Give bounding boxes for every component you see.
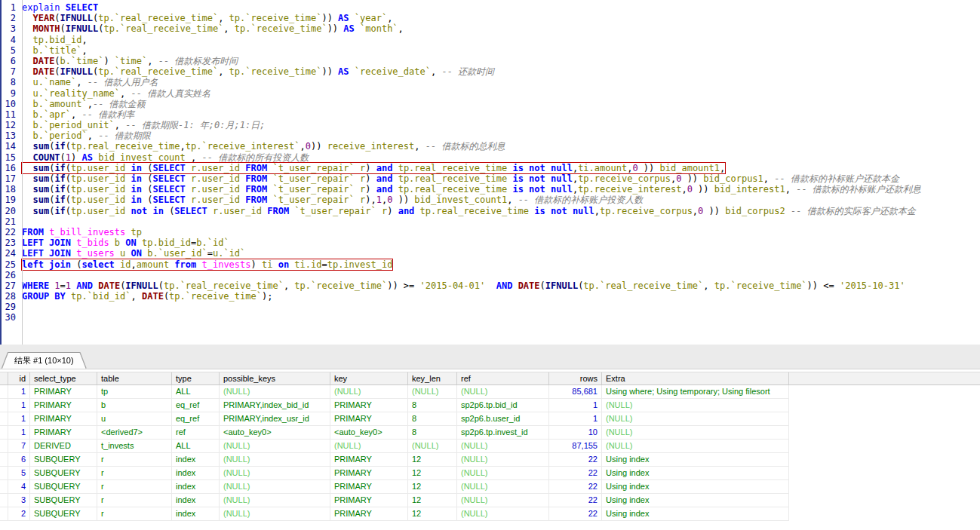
cell-possible_keys[interactable]: (NULL) (220, 453, 330, 466)
editor-line[interactable]: 11 b.`apr`, -- 借款利率 (2, 109, 980, 120)
editor-line[interactable]: 3 MONTH(IFNULL(tp.`real_receive_time`, t… (2, 23, 980, 34)
cell-type[interactable]: index (172, 507, 220, 520)
editor-line[interactable]: 1explain SELECT (2, 2, 980, 13)
cell-select_type[interactable]: PRIMARY (30, 412, 97, 425)
editor-line[interactable]: 5 b.`title`, (2, 45, 980, 56)
cell-select_type[interactable]: PRIMARY (30, 385, 97, 398)
cell-key_len[interactable]: 8 (408, 426, 457, 439)
cell-id[interactable]: 7 (5, 440, 30, 452)
cell-key[interactable]: (NULL) (330, 440, 408, 452)
cell-key[interactable]: <auto_key0> (330, 426, 408, 439)
cell-id[interactable]: 1 (5, 412, 30, 425)
cell-type[interactable]: index (172, 480, 220, 493)
cell-rows[interactable]: 22 (549, 453, 602, 466)
editor-line[interactable]: 23LEFT JOIN t_bids b ON tp.bid_id=b.`id` (2, 237, 980, 248)
cell-key_len[interactable]: 12 (408, 480, 457, 493)
table-row[interactable]: 2SUBQUERYrindex(NULL)PRIMARY12(NULL)22Us… (0, 507, 789, 521)
cell-ref[interactable]: (NULL) (457, 507, 549, 520)
cell-table[interactable]: r (97, 480, 172, 493)
cell-key_len[interactable]: 12 (408, 467, 457, 479)
cell-ref[interactable]: (NULL) (457, 480, 549, 493)
editor-line[interactable]: 4 tp.bid_id, (2, 35, 980, 45)
editor-line[interactable]: 28GROUP BY tp.`bid_id`, DATE(tp.`receive… (2, 291, 980, 302)
cell-Extra[interactable]: (NULL) (602, 412, 789, 425)
editor-line[interactable]: 14 sum(if(tp.real_receive_time,tp.`recei… (2, 141, 980, 152)
cell-table[interactable]: tp (97, 385, 172, 398)
cell-key[interactable]: PRIMARY (330, 480, 408, 493)
editor-line[interactable]: 22FROM t_bill_invests tp (2, 227, 980, 237)
cell-ref[interactable]: (NULL) (457, 385, 549, 398)
column-header-possible_keys[interactable]: possible_keys (220, 372, 330, 384)
cell-id[interactable]: 5 (5, 467, 30, 479)
cell-table[interactable]: u (97, 412, 172, 425)
cell-key_len[interactable]: 12 (408, 494, 457, 507)
cell-ref[interactable]: (NULL) (457, 453, 549, 466)
cell-type[interactable]: index (172, 494, 220, 507)
editor-line[interactable]: 30 (2, 312, 980, 323)
cell-id[interactable]: 1 (5, 426, 30, 439)
cell-ref[interactable]: sp2p6.tp.bid_id (457, 399, 549, 412)
cell-rows[interactable]: 22 (549, 467, 602, 479)
editor-line[interactable]: 26 (2, 270, 980, 280)
editor-line[interactable]: 7 DATE(IFNULL(tp.`real_receive_time`, tp… (2, 66, 980, 77)
table-row[interactable]: 4SUBQUERYrindex(NULL)PRIMARY12(NULL)22Us… (0, 480, 789, 494)
cell-table[interactable]: t_invests (97, 440, 172, 452)
cell-key[interactable]: PRIMARY (330, 494, 408, 507)
cell-possible_keys[interactable]: (NULL) (220, 494, 330, 507)
cell-rows[interactable]: 87,155 (549, 440, 602, 452)
cell-possible_keys[interactable]: (NULL) (220, 507, 330, 520)
cell-Extra[interactable]: Using index (602, 507, 789, 520)
editor-line[interactable]: 20 sum(if(tp.user_id not in (SELECT r.us… (2, 206, 980, 216)
cell-key_len[interactable]: 8 (408, 399, 457, 412)
editor-line[interactable]: 8 u.`name`, -- 借款人用户名 (2, 77, 980, 87)
table-row[interactable]: 1PRIMARYueq_refPRIMARY,index_usr_idPRIMA… (0, 412, 789, 426)
cell-id[interactable]: 6 (5, 453, 30, 466)
cell-rows[interactable]: 22 (549, 507, 602, 520)
column-header-id[interactable]: id (5, 372, 30, 384)
cell-rows[interactable]: 22 (549, 480, 602, 493)
column-header-Extra[interactable]: Extra (602, 372, 789, 384)
cell-possible_keys[interactable]: (NULL) (220, 440, 330, 452)
cell-ref[interactable]: sp2p6.b.user_id (457, 412, 549, 425)
table-row[interactable]: 3SUBQUERYrindex(NULL)PRIMARY12(NULL)22Us… (0, 494, 789, 507)
cell-type[interactable]: index (172, 453, 220, 466)
editor-line[interactable]: 25left join (select id,amount from t_inv… (2, 259, 980, 270)
column-header-ref[interactable]: ref (457, 372, 549, 384)
cell-select_type[interactable]: SUBQUERY (30, 453, 97, 466)
cell-possible_keys[interactable]: (NULL) (220, 480, 330, 493)
editor-line[interactable]: 13 b.`period`, -- 借款期限 (2, 130, 980, 141)
column-header-type[interactable]: type (172, 372, 220, 384)
table-row[interactable]: 1PRIMARYtpALL(NULL)(NULL)(NULL)(NULL)85,… (0, 385, 789, 399)
cell-type[interactable]: ALL (172, 440, 220, 452)
cell-type[interactable]: index (172, 467, 220, 479)
cell-table[interactable]: <derived7> (97, 426, 172, 439)
cell-id[interactable]: 3 (5, 494, 30, 507)
cell-Extra[interactable]: Using index (602, 453, 789, 466)
cell-Extra[interactable]: Using where; Using temporary; Using file… (602, 385, 789, 398)
editor-line[interactable]: 24LEFT JOIN t_users u ON b.`user_id`=u.`… (2, 248, 980, 259)
cell-rows[interactable]: 1 (549, 399, 602, 412)
cell-select_type[interactable]: SUBQUERY (30, 467, 97, 479)
cell-table[interactable]: b (97, 399, 172, 412)
cell-type[interactable]: eq_ref (172, 399, 220, 412)
column-header-key_len[interactable]: key_len (408, 372, 457, 384)
cell-possible_keys[interactable]: <auto_key0> (220, 426, 330, 439)
cell-table[interactable]: r (97, 494, 172, 507)
cell-id[interactable]: 1 (5, 399, 30, 412)
cell-select_type[interactable]: SUBQUERY (30, 480, 97, 493)
editor-line[interactable]: 16 sum(if(tp.user_id in (SELECT r.user_i… (2, 163, 980, 173)
table-row[interactable]: 1PRIMARY<derived7>ref<auto_key0><auto_ke… (0, 426, 789, 440)
cell-id[interactable]: 4 (5, 480, 30, 493)
editor-line[interactable]: 9 u.`reality_name`, -- 借款人真实姓名 (2, 88, 980, 99)
cell-Extra[interactable]: Using index (602, 467, 789, 479)
column-header-key[interactable]: key (330, 372, 408, 384)
editor-line[interactable]: 12 b.`period_unit`, -- 借款期限-1: 年;0:月;1:日… (2, 120, 980, 130)
table-row[interactable]: 1PRIMARYbeq_refPRIMARY,index_bid_idPRIMA… (0, 399, 789, 412)
cell-type[interactable]: ALL (172, 385, 220, 398)
cell-id[interactable]: 1 (5, 385, 30, 398)
cell-rows[interactable]: 1 (549, 412, 602, 425)
cell-Extra[interactable]: (NULL) (602, 426, 789, 439)
column-header-select_type[interactable]: select_type (30, 372, 97, 384)
editor-line[interactable]: 2 YEAR(IFNULL(tp.`real_receive_time`, tp… (2, 13, 980, 23)
editor-line[interactable]: 18 sum(if(tp.user_id in (SELECT r.user_i… (2, 184, 980, 195)
